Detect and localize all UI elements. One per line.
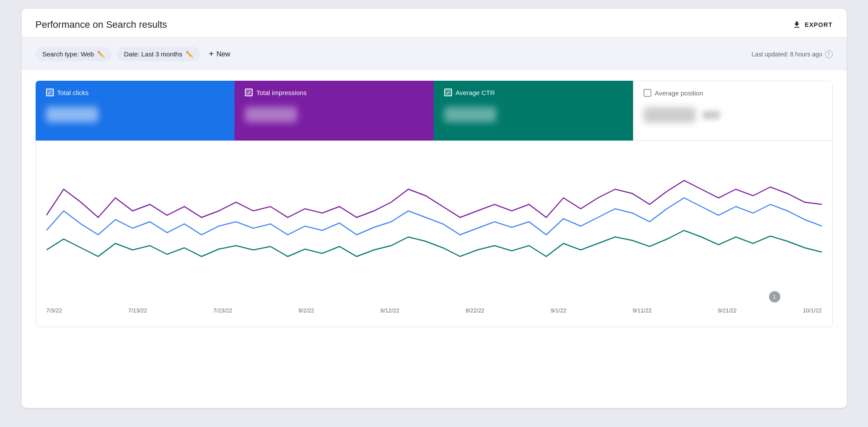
- clicks-value-area: [46, 102, 224, 128]
- impressions-value-area: [245, 102, 423, 128]
- edit-icon-2: ✏️: [186, 51, 193, 58]
- filters-left: Search type: Web ✏️ Date: Last 3 months …: [36, 46, 234, 62]
- x-label-7: 9/11/22: [633, 307, 651, 314]
- x-label-6: 9/1/22: [551, 307, 566, 314]
- main-card: Performance on Search results EXPORT Sea…: [22, 9, 847, 408]
- ctr-label-row: ✓ Average CTR: [444, 89, 623, 96]
- position-value-area: [644, 102, 822, 128]
- position-checkbox[interactable]: [644, 89, 651, 97]
- x-label-5: 8/22/22: [465, 307, 484, 314]
- last-updated-text: Last updated: 8 hours ago: [752, 51, 822, 58]
- search-type-label: Search type: Web: [43, 50, 94, 58]
- x-label-3: 8/2/22: [298, 307, 314, 314]
- filters-bar: Search type: Web ✏️ Date: Last 3 months …: [22, 38, 847, 70]
- impressions-value: [245, 107, 297, 122]
- plus-icon: +: [209, 49, 214, 59]
- metric-card-position[interactable]: Average position: [633, 81, 833, 141]
- clicks-checkbox[interactable]: ✓: [46, 89, 54, 96]
- ctr-checkbox[interactable]: ✓: [444, 89, 452, 96]
- impressions-label-row: ✓ Total impressions: [245, 89, 423, 96]
- date-badge: 1: [769, 291, 780, 302]
- edit-icon: ✏️: [97, 51, 105, 58]
- new-label: New: [216, 50, 230, 58]
- chart-area: 1 7/3/22 7/13/22 7/23/22 8/2/22 8/12/22 …: [36, 141, 833, 327]
- info-icon[interactable]: ?: [825, 50, 833, 58]
- card-header: Performance on Search results EXPORT: [22, 9, 847, 38]
- metric-card-impressions[interactable]: ✓ Total impressions: [234, 81, 434, 141]
- clicks-label-row: ✓ Total clicks: [46, 89, 224, 96]
- impressions-label: Total impressions: [256, 89, 307, 96]
- x-label-4: 8/12/22: [380, 307, 399, 314]
- metrics-row: ✓ Total clicks ✓ Total impressions ✓ Ave…: [36, 81, 833, 141]
- export-button[interactable]: EXPORT: [792, 20, 832, 29]
- ctr-value: [444, 107, 496, 122]
- metric-card-clicks[interactable]: ✓ Total clicks: [36, 81, 235, 141]
- last-updated: Last updated: 8 hours ago ?: [752, 50, 833, 58]
- position-label: Average position: [655, 89, 703, 97]
- position-value: [644, 107, 696, 123]
- x-label-0: 7/3/22: [46, 307, 62, 314]
- x-label-2: 7/23/22: [213, 307, 232, 314]
- x-axis-labels: 7/3/22 7/13/22 7/23/22 8/2/22 8/12/22 8/…: [46, 304, 822, 321]
- x-label-9: 10/1/22: [803, 307, 822, 314]
- line-chart: [46, 154, 822, 302]
- ctr-value-area: [444, 102, 623, 128]
- impressions-checkbox[interactable]: ✓: [245, 89, 253, 96]
- new-button[interactable]: + New: [205, 46, 234, 62]
- x-label-8: 9/21/22: [718, 307, 736, 314]
- page-title: Performance on Search results: [36, 19, 167, 30]
- date-filter[interactable]: Date: Last 3 months ✏️: [117, 47, 200, 61]
- position-label-row: Average position: [644, 89, 822, 97]
- clicks-value: [46, 107, 98, 122]
- ctr-label: Average CTR: [455, 89, 495, 96]
- metric-card-ctr[interactable]: ✓ Average CTR: [434, 81, 633, 141]
- position-sub-value: [703, 111, 720, 119]
- clicks-label: Total clicks: [57, 89, 89, 96]
- search-type-filter[interactable]: Search type: Web ✏️: [36, 47, 112, 61]
- date-label: Date: Last 3 months: [124, 50, 182, 58]
- export-label: EXPORT: [805, 21, 832, 28]
- export-icon: [792, 20, 801, 29]
- x-label-1: 7/13/22: [128, 307, 147, 314]
